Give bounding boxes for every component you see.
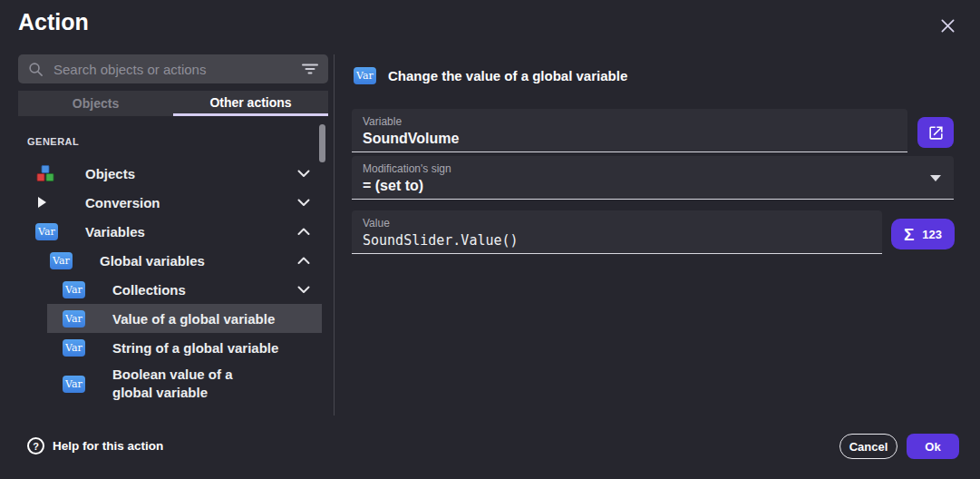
action-header: Var Change the value of a global variabl… [354, 67, 627, 84]
panel-divider [334, 54, 335, 415]
tree-item-label: Objects [85, 166, 135, 181]
modification-sign-value[interactable]: = (set to) [363, 175, 943, 197]
tree-item-boolean-value-of-global-variable[interactable]: Var Boolean value of a global variable [63, 362, 274, 406]
close-button[interactable] [936, 14, 959, 37]
search-icon [28, 62, 44, 77]
var-icon: Var [50, 252, 73, 269]
help-label: Help for this action [53, 439, 163, 453]
var-icon: Var [35, 223, 58, 240]
dialog-title: Action [18, 9, 89, 35]
chevron-down-icon[interactable] [296, 199, 311, 207]
tree-item-value-of-global-variable[interactable]: Var Value of a global variable [63, 304, 275, 333]
objects-cubes-icon [36, 165, 54, 182]
variable-field-label: Variable [363, 115, 897, 128]
tree-item-global-variables[interactable]: Var Global variables [50, 246, 205, 275]
var-icon: Var [63, 281, 85, 298]
help-link[interactable]: ? Help for this action [27, 437, 163, 455]
numbers-123-label: 123 [922, 229, 942, 240]
tree-item-label: String of a global variable [112, 340, 278, 356]
action-title: Change the value of a global variable [388, 68, 627, 83]
expression-builder-button[interactable]: Σ 123 [891, 219, 955, 249]
tree-item-label: Collections [112, 282, 186, 298]
chevron-up-icon[interactable] [296, 257, 311, 265]
tree-item-label: Conversion [85, 195, 160, 210]
open-variable-editor-button[interactable] [917, 117, 954, 148]
tree-item-conversion[interactable]: Conversion [38, 188, 160, 217]
tree-item-objects[interactable]: Objects [36, 159, 135, 188]
tree-item-variables[interactable]: Var Variables [35, 217, 145, 246]
modification-sign-label: Modification's sign [363, 162, 943, 175]
ok-button[interactable]: Ok [907, 434, 959, 459]
cancel-button[interactable]: Cancel [839, 434, 898, 459]
variable-field-value[interactable]: SoundVolume [363, 128, 897, 150]
value-field[interactable]: Value SoundSlider.Value() [352, 210, 882, 254]
close-icon [940, 18, 956, 34]
tab-objects[interactable]: Objects [18, 91, 173, 116]
tree-scrollbar[interactable] [319, 124, 325, 162]
chevron-down-icon[interactable] [296, 286, 311, 294]
tree-item-label: Global variables [100, 253, 205, 269]
dropdown-caret-icon[interactable] [930, 175, 941, 181]
var-icon: Var [63, 376, 85, 393]
tree-item-string-of-global-variable[interactable]: Var String of a global variable [63, 333, 278, 362]
tab-other-actions[interactable]: Other actions [173, 91, 328, 116]
tree-item-label: Variables [85, 224, 145, 240]
chevron-down-icon[interactable] [296, 170, 311, 178]
value-field-label: Value [363, 217, 871, 230]
tree-item-label: Boolean value of a global variable [112, 366, 274, 402]
conversion-triangle-icon [38, 197, 46, 208]
tree-item-label: Value of a global variable [112, 311, 275, 327]
open-in-new-icon [927, 124, 945, 142]
tree-section-header: GENERAL [27, 136, 79, 147]
sigma-icon: Σ [904, 226, 914, 243]
search-bar[interactable] [18, 54, 328, 83]
filter-icon[interactable] [302, 63, 318, 75]
var-icon: Var [63, 339, 85, 357]
value-field-value[interactable]: SoundSlider.Value() [363, 230, 871, 251]
variable-field[interactable]: Variable SoundVolume [352, 109, 907, 152]
search-input[interactable] [52, 61, 294, 78]
tab-bar: Objects Other actions [18, 91, 328, 116]
var-icon: Var [63, 310, 85, 327]
var-icon: Var [354, 67, 376, 84]
modification-sign-select[interactable]: Modification's sign = (set to) [352, 156, 954, 200]
chevron-up-icon[interactable] [296, 228, 311, 236]
help-question-icon: ? [27, 437, 44, 455]
tree-item-collections[interactable]: Var Collections [63, 275, 186, 304]
